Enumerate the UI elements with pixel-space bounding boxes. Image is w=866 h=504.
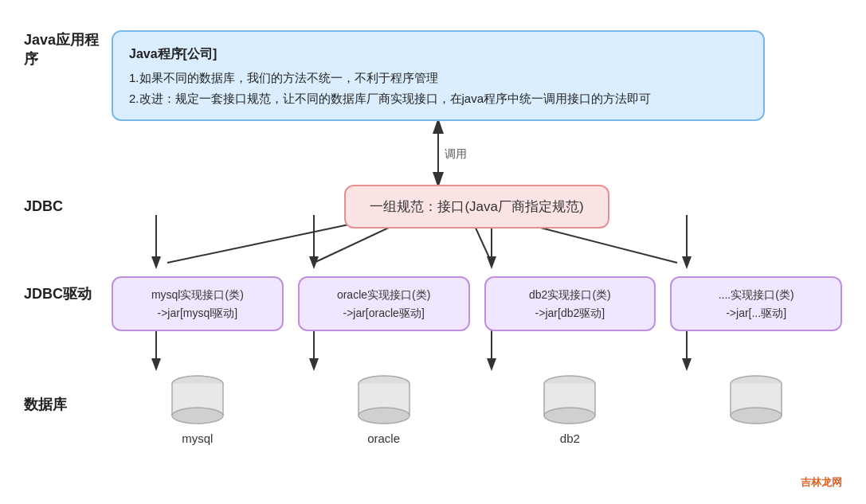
- driver-other-line1: ....实现接口(类): [683, 286, 829, 303]
- driver-mysql-line1: mysql实现接口(类): [124, 286, 271, 303]
- driver-box-mysql: mysql实现接口(类) ->jar[mysql驱动]: [112, 276, 284, 331]
- driver-box-oracle: oracle实现接口(类) ->jar[oracle驱动]: [298, 276, 470, 331]
- java-app-box: Java程序[公司] 1.如果不同的数据库，我们的方法不统一，不利于程序管理 2…: [112, 30, 765, 121]
- db-oracle-icon: [352, 371, 416, 427]
- db-mysql-label: mysql: [182, 432, 213, 445]
- jdbc-box: 一组规范：接口(Java厂商指定规范): [344, 185, 609, 229]
- arrow-spacer-2: [24, 229, 842, 276]
- db-db2-label: db2: [560, 432, 580, 445]
- driver-label: JDBC驱动: [24, 284, 112, 303]
- driver-row: JDBC驱动 mysql实现接口(类) ->jar[mysql驱动] oracl…: [24, 276, 842, 331]
- java-app-line1: 1.如果不同的数据库，我们的方法不统一，不利于程序管理: [129, 68, 747, 88]
- watermark: 吉林龙网: [801, 475, 842, 490]
- svg-point-19: [172, 408, 223, 424]
- db-mysql-icon: [166, 371, 229, 427]
- java-app-line2: 2.改进：规定一套接口规范，让不同的数据库厂商实现接口，在java程序中统一调用…: [129, 88, 747, 109]
- db-mysql: mysql: [112, 371, 284, 445]
- driver-mysql-line2: ->jar[mysql驱动]: [124, 304, 271, 322]
- driver-other-line2: ->jar[...驱动]: [683, 304, 829, 322]
- arrow-spacer-1: [24, 129, 842, 185]
- db-other-icon: [724, 371, 788, 427]
- db-oracle-label: oracle: [367, 432, 400, 445]
- java-app-row: Java应用程序 Java程序[公司] 1.如果不同的数据库，我们的方法不统一，…: [24, 16, 842, 121]
- db-label: 数据库: [24, 395, 112, 414]
- db-row: 数据库 mysql oracle: [24, 371, 842, 445]
- arrow-spacer-3: [24, 331, 842, 371]
- driver-box-other: ....实现接口(类) ->jar[...驱动]: [670, 276, 842, 331]
- db-db2: db2: [484, 371, 656, 445]
- driver-box-db2: db2实现接口(类) ->jar[db2驱动]: [484, 276, 656, 331]
- java-app-box-title: Java程序[公司]: [129, 43, 747, 64]
- db-other: [670, 371, 842, 432]
- db-db2-icon: [538, 371, 601, 427]
- driver-db2-line1: db2实现接口(类): [497, 286, 644, 303]
- svg-point-34: [731, 408, 782, 424]
- diagram-container: 调用 Java应用程序 Java程序[公司] 1.如果不同的数据库，我们的方法不…: [0, 0, 866, 504]
- driver-oracle-line2: ->jar[oracle驱动]: [311, 304, 457, 322]
- db-oracle: oracle: [298, 371, 470, 445]
- driver-db2-line2: ->jar[db2驱动]: [497, 304, 644, 322]
- jdbc-label: JDBC: [24, 198, 112, 215]
- driver-oracle-line1: oracle实现接口(类): [311, 286, 457, 303]
- svg-point-24: [359, 408, 409, 424]
- svg-point-29: [544, 408, 595, 424]
- java-app-label: Java应用程序: [24, 30, 112, 68]
- jdbc-row: JDBC 一组规范：接口(Java厂商指定规范): [24, 185, 842, 229]
